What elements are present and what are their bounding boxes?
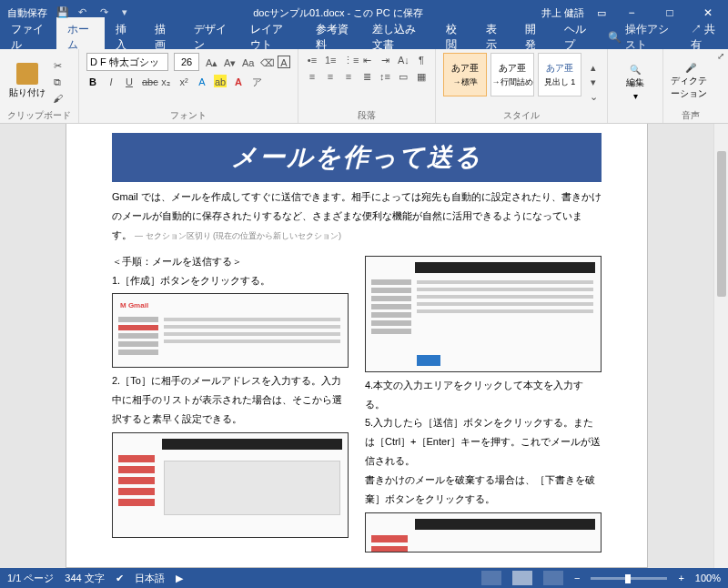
increase-indent-icon[interactable]: ⇥ [379, 53, 391, 66]
page-indicator[interactable]: 1/1 ページ [7, 572, 54, 585]
word-count[interactable]: 344 文字 [65, 572, 104, 585]
editing-button[interactable]: 🔍 編集 ▾ [615, 53, 655, 112]
show-marks-icon[interactable]: ¶ [415, 53, 428, 66]
group-font: A▴ A▾ Aa ⌫ A B I U abc x₂ x² A ab A ア フォ… [79, 49, 298, 123]
grow-font-icon[interactable]: A▴ [205, 56, 217, 68]
step-5b: 書きかけのメールを破棄する場合は、［下書きを破棄］ボタンをクリックする。 [365, 471, 602, 509]
multilevel-icon[interactable]: ⋮≡ [342, 53, 355, 66]
group-label: 音声 [671, 109, 711, 123]
document-area: メールを作って送る Gmail では、メールを作成してすぐに送信できます。相手に… [0, 124, 728, 568]
align-right-icon[interactable]: ≡ [342, 69, 355, 82]
font-name-input[interactable] [86, 53, 168, 71]
align-left-icon[interactable]: ≡ [306, 69, 318, 82]
strike-button[interactable]: abc [141, 75, 154, 87]
view-web-layout[interactable] [543, 571, 563, 585]
underline-button[interactable]: U [123, 75, 136, 87]
save-icon[interactable]: 💾 [56, 6, 69, 19]
group-label: スタイル [443, 109, 600, 123]
figure-4 [365, 512, 602, 553]
subscript-button[interactable]: x₂ [159, 75, 172, 87]
qat-customize-icon[interactable]: ▾ [122, 6, 135, 19]
vertical-scrollbar[interactable] [713, 124, 728, 568]
close-button[interactable]: ✕ [695, 6, 721, 19]
font-size-input[interactable] [174, 53, 199, 71]
collapse-ribbon-icon[interactable]: ⤢ [717, 51, 724, 61]
bold-button[interactable]: B [86, 75, 99, 87]
step-5: 5.入力したら［送信］ボタンをクリックする。または［Ctrl］+［Enter］キ… [365, 413, 602, 471]
ribbon-tabs: ファイル ホーム 挿入 描画 デザイン レイアウト 参考資料 差し込み文書 校閲… [0, 25, 728, 49]
group-label [615, 112, 655, 123]
enclose-char-icon[interactable]: A [278, 56, 290, 68]
figure-2 [112, 432, 349, 538]
maximize-button[interactable]: □ [657, 6, 682, 19]
view-print-layout[interactable] [512, 571, 532, 585]
group-label: 段落 [306, 109, 428, 123]
phonetic-guide-icon[interactable]: ア [250, 75, 263, 87]
ribbon: ⤢ 貼り付け ✂ ⧉ 🖌 クリップボード A▴ A▾ Aa ⌫ A [0, 49, 728, 124]
text-effects-icon[interactable]: A [196, 75, 208, 87]
group-label: フォント [86, 109, 290, 123]
sort-icon[interactable]: A↓ [397, 53, 410, 66]
step-2: 2.［To］に相手のメールアドレスを入力する。入力中に相手のリストが表示された場… [112, 371, 349, 429]
macro-icon[interactable]: ▶ [176, 573, 183, 584]
step-1: 1.［作成］ボタンをクリックする。 [112, 271, 349, 290]
superscript-button[interactable]: x² [177, 75, 190, 87]
change-case-icon[interactable]: Aa [241, 56, 254, 68]
clear-format-icon[interactable]: ⌫ [259, 56, 272, 68]
align-center-icon[interactable]: ≡ [324, 69, 337, 82]
spellcheck-icon[interactable]: ✔ [116, 573, 124, 584]
group-voice: 🎤 ディクテーション 音声 [663, 49, 718, 123]
step-4: 4.本文の入力エリアをクリックして本文を入力する。 [365, 376, 602, 414]
paste-icon [16, 63, 38, 85]
language-indicator[interactable]: 日本語 [135, 572, 165, 585]
right-column: 4.本文の入力エリアをクリックして本文を入力する。 5.入力したら［送信］ボタン… [365, 252, 602, 556]
chevron-down-icon: ▾ [633, 91, 638, 101]
highlight-button[interactable]: ab [214, 75, 227, 87]
style-heading1[interactable]: あア亜 見出し 1 [538, 53, 581, 96]
status-bar: 1/1 ページ 344 文字 ✔ 日本語 ▶ − + 100% [0, 568, 728, 588]
borders-icon[interactable]: ▦ [415, 69, 428, 82]
minimize-button[interactable]: − [619, 6, 644, 19]
format-painter-icon[interactable]: 🖌 [51, 91, 64, 104]
shrink-font-icon[interactable]: A▾ [223, 56, 236, 68]
page[interactable]: メールを作って送る Gmail では、メールを作成してすぐに送信できます。相手に… [66, 124, 648, 568]
paste-button[interactable]: 貼り付け [7, 53, 47, 109]
zoom-out-button[interactable]: − [574, 573, 580, 583]
style-normal[interactable]: あア亜 →標準 [443, 53, 487, 96]
zoom-level[interactable]: 100% [695, 573, 721, 583]
share-icon: ↗ [691, 23, 702, 35]
figure-3 [365, 256, 602, 372]
group-paragraph: •≡ 1≡ ⋮≡ ⇤ ⇥ A↓ ¶ ≡ ≡ ≡ ≣ ↕≡ ▭ ▦ 段落 [298, 49, 436, 123]
left-column: ＜手順：メールを送信する＞ 1.［作成］ボタンをクリックする。 M Gmail … [112, 252, 349, 556]
style-no-spacing[interactable]: あア亜 →行間詰め [490, 53, 534, 96]
doc-intro: Gmail では、メールを作成してすぐに送信できます。相手によっては宛先も自動的… [112, 188, 602, 245]
numbering-icon[interactable]: 1≡ [324, 53, 337, 66]
styles-down-icon[interactable]: ▾ [587, 75, 600, 87]
bullets-icon[interactable]: •≡ [306, 53, 318, 66]
steps-header: ＜手順：メールを送信する＞ [112, 252, 349, 271]
scrollbar-thumb[interactable] [717, 151, 726, 297]
justify-icon[interactable]: ≣ [360, 69, 373, 82]
font-color-button[interactable]: A [232, 75, 245, 87]
undo-icon[interactable]: ↶ [78, 6, 91, 19]
zoom-in-button[interactable]: + [678, 573, 683, 583]
group-clipboard: 貼り付け ✂ ⧉ 🖌 クリップボード [0, 49, 79, 123]
shading-icon[interactable]: ▭ [397, 69, 410, 82]
microphone-icon: 🎤 [685, 63, 696, 73]
doc-heading: メールを作って送る [112, 133, 602, 182]
redo-icon[interactable]: ↷ [100, 6, 113, 19]
share-button[interactable]: ↗ 共有 [682, 22, 728, 53]
styles-up-icon[interactable]: ▴ [587, 60, 600, 73]
line-spacing-icon[interactable]: ↕≡ [379, 69, 391, 82]
decrease-indent-icon[interactable]: ⇤ [360, 53, 373, 66]
group-styles: あア亜 →標準 あア亜 →行間詰め あア亜 見出し 1 ▴ ▾ ⌄ スタイル [436, 49, 608, 123]
styles-gallery-icon[interactable]: ⌄ [587, 89, 600, 102]
view-read-mode[interactable] [481, 571, 501, 585]
italic-button[interactable]: I [105, 75, 117, 87]
zoom-slider[interactable] [591, 577, 667, 580]
cut-icon[interactable]: ✂ [51, 58, 64, 71]
tell-me-search[interactable]: 🔍 操作アシスト [601, 22, 681, 53]
copy-icon[interactable]: ⧉ [51, 75, 64, 87]
figure-1: M Gmail [112, 293, 349, 368]
dictate-button[interactable]: 🎤 ディクテーション [671, 53, 711, 109]
